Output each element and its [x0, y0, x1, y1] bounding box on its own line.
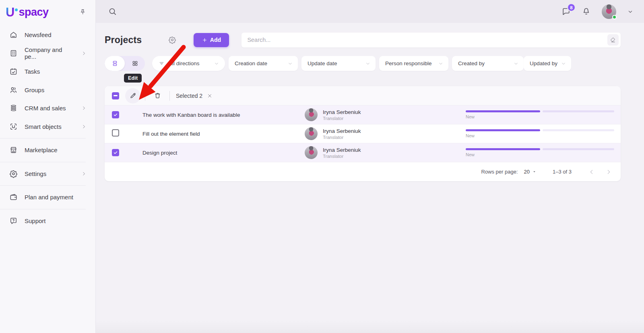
- bell-icon: [582, 7, 591, 16]
- stage-progress: New: [466, 148, 614, 157]
- row-checkbox[interactable]: [112, 149, 119, 156]
- row-checkbox-cell: [105, 129, 142, 138]
- responsible-person[interactable]: Iryna Serbeniuk Translator: [305, 108, 450, 121]
- projects-settings-button[interactable]: [168, 36, 176, 44]
- profile-menu-button[interactable]: [627, 8, 634, 15]
- app-window: U spacy Newsfeed Company and pe... Tasks: [0, 0, 644, 333]
- sidebar-header: U spacy: [0, 0, 95, 23]
- global-search-button[interactable]: [108, 7, 117, 16]
- wallet-icon: [9, 193, 18, 201]
- filter-lines-icon: [159, 60, 165, 66]
- stage-bar: [466, 110, 614, 112]
- delete-selected-button[interactable]: [150, 88, 165, 103]
- chat-button[interactable]: 8: [561, 7, 571, 16]
- help-bubble-icon: [9, 217, 18, 225]
- user-avatar[interactable]: [602, 4, 616, 19]
- sidebar-item-company[interactable]: Company and pe...: [0, 44, 95, 63]
- add-project-button[interactable]: Add: [194, 33, 229, 47]
- page-title: Projects: [105, 35, 142, 46]
- filter-update-date[interactable]: Update date: [301, 56, 376, 71]
- home-icon: [9, 31, 18, 39]
- chevron-down-icon: [438, 61, 444, 66]
- table-row[interactable]: Fill out the element field Iryna Serbeni…: [105, 124, 621, 143]
- stage-bar-rest: [543, 129, 615, 131]
- next-page-button[interactable]: [605, 169, 612, 175]
- chevron-down-icon: [287, 61, 293, 66]
- filter-updated-by[interactable]: Updated by: [524, 56, 571, 71]
- table-row[interactable]: The work with Kanban board is available …: [105, 105, 621, 124]
- table-row[interactable]: Design project Iryna Serbeniuk Translato…: [105, 143, 621, 162]
- sidebar-item-tasks[interactable]: Tasks: [0, 62, 95, 81]
- sidebar-item-label: Smart objects: [25, 123, 62, 130]
- view-toggle: [105, 56, 145, 71]
- selected-count-label: Selected 2: [176, 93, 202, 99]
- sidebar-divider: [0, 185, 86, 186]
- projects-search-input[interactable]: [242, 33, 621, 48]
- logo-dot: [15, 8, 18, 11]
- list-view-button[interactable]: [105, 56, 125, 71]
- row-checkbox[interactable]: [112, 111, 119, 118]
- person-info: Iryna Serbeniuk Translator: [323, 109, 361, 121]
- directions-filter-dropdown[interactable]: All directions: [152, 56, 225, 71]
- clear-selection-button[interactable]: [207, 93, 213, 99]
- select-all-checkbox[interactable]: [112, 92, 119, 99]
- sidebar-divider: [0, 209, 86, 209]
- notifications-button[interactable]: [582, 7, 591, 16]
- stage-bar-rest: [543, 110, 615, 112]
- row-checkbox-cell: [105, 111, 142, 119]
- stage-bar: [466, 148, 614, 150]
- sidebar-item-support[interactable]: Support: [0, 212, 95, 230]
- responsible-person[interactable]: Iryna Serbeniuk Translator: [305, 127, 450, 140]
- sidebar-item-groups[interactable]: Groups: [0, 81, 95, 99]
- edit-selected-button[interactable]: [125, 88, 140, 103]
- sidebar-item-settings[interactable]: Settings: [0, 165, 95, 183]
- grid-view-button[interactable]: [125, 56, 145, 71]
- stage-bar: [466, 129, 614, 131]
- project-title[interactable]: Design project: [142, 150, 305, 156]
- edit-tooltip: Edit: [124, 74, 142, 83]
- database-icon: [9, 104, 18, 112]
- clear-search-button[interactable]: [607, 34, 619, 46]
- projects-search: [242, 33, 621, 48]
- uspacy-logo[interactable]: U spacy: [6, 7, 48, 18]
- storefront-icon: [9, 146, 18, 154]
- sidebar-item-crm[interactable]: CRM and sales: [0, 99, 95, 118]
- avatar: [305, 146, 318, 159]
- sidebar-item-marketplace[interactable]: Marketplace: [0, 141, 95, 159]
- sidebar: U spacy Newsfeed Company and pe... Tasks: [0, 0, 96, 333]
- calendar-check-icon: [9, 67, 18, 76]
- row-checkbox[interactable]: [112, 129, 119, 137]
- project-title[interactable]: The work with Kanban board is available: [142, 112, 305, 118]
- sidebar-item-newsfeed[interactable]: Newsfeed: [0, 26, 95, 44]
- chevron-right-icon: [81, 124, 87, 129]
- sidebar-item-smart-objects[interactable]: Smart objects: [0, 118, 95, 136]
- sidebar-item-plan-payment[interactable]: Plan and payment: [0, 188, 95, 207]
- sidebar-item-label: Tasks: [25, 68, 40, 75]
- toolbar-divider: [169, 91, 170, 101]
- stage-label: New: [466, 114, 614, 119]
- page-header: Projects Add: [105, 33, 621, 47]
- chevron-down-icon: [561, 61, 566, 66]
- sidebar-item-label: Marketplace: [25, 147, 58, 153]
- filter-person-responsible[interactable]: Person responsible: [379, 56, 448, 71]
- filter-label: Updated by: [530, 60, 557, 66]
- filter-bar: All directions Creation date Update date…: [105, 56, 621, 71]
- topbar-right: 8: [561, 4, 634, 19]
- responsible-person[interactable]: Iryna Serbeniuk Translator: [305, 146, 450, 159]
- filter-label: Created by: [458, 60, 485, 66]
- stage-bar-filled: [466, 148, 540, 150]
- filter-creation-date[interactable]: Creation date: [229, 56, 298, 71]
- rows-per-page-value: 20: [524, 169, 530, 175]
- person-role: Translator: [323, 135, 361, 140]
- project-title[interactable]: Fill out the element field: [142, 131, 305, 137]
- stage-bar-filled: [466, 110, 540, 112]
- stage-bar-rest: [543, 148, 615, 150]
- pin-sidebar-button[interactable]: [79, 8, 87, 16]
- rows-per-page-select[interactable]: 20: [524, 169, 537, 175]
- grid-view-icon: [131, 60, 139, 67]
- previous-page-button[interactable]: [588, 169, 595, 175]
- person-role: Translator: [323, 154, 361, 159]
- filter-created-by[interactable]: Created by: [452, 56, 524, 71]
- avatar: [305, 108, 318, 121]
- stage-bar-filled: [466, 129, 540, 131]
